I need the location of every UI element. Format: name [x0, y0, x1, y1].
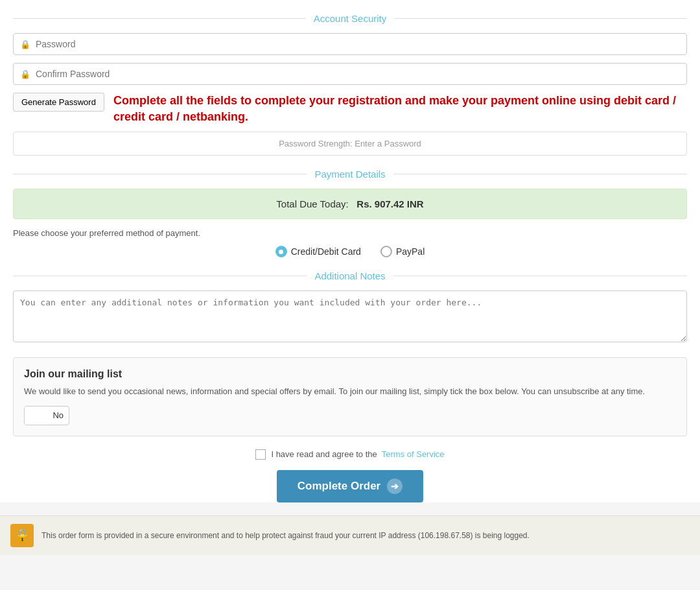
- secure-footer: 🔒 This order form is provided in a secur…: [0, 515, 700, 555]
- total-due-label: Total Due Today:: [276, 198, 348, 209]
- additional-notes-textarea[interactable]: [13, 290, 687, 342]
- password-strength-box: Password Strength: Enter a Password: [13, 132, 687, 156]
- toggle-no-label: No: [47, 408, 69, 423]
- credit-debit-card-option[interactable]: Credit/Debit Card: [275, 246, 361, 257]
- password-field-wrapper: 🔒: [13, 33, 687, 55]
- terms-text-label: I have read and agree to the: [271, 449, 377, 459]
- account-security-title: Account Security: [306, 13, 395, 24]
- payment-options: Credit/Debit Card PayPal: [13, 246, 687, 257]
- credit-debit-label: Credit/Debit Card: [291, 246, 361, 257]
- payment-details-title: Payment Details: [307, 169, 393, 180]
- confirm-password-input[interactable]: [36, 69, 680, 79]
- payment-details-header: Payment Details: [13, 169, 687, 180]
- generate-password-button[interactable]: Generate Password: [13, 93, 104, 112]
- additional-notes-header: Additional Notes: [13, 270, 687, 281]
- generate-password-row: Generate Password Complete all the field…: [13, 93, 687, 125]
- total-due-box: Total Due Today: Rs. 907.42 INR: [13, 189, 687, 219]
- password-lock-icon: 🔒: [20, 40, 30, 49]
- terms-row: I have read and agree to the Terms of Se…: [13, 449, 687, 460]
- complete-order-wrapper: Complete Order ➔: [13, 470, 687, 502]
- complete-order-button[interactable]: Complete Order ➔: [277, 470, 423, 502]
- payment-method-text: Please choose your preferred method of p…: [13, 228, 687, 238]
- registration-warning: Complete all the fields to complete your…: [113, 93, 687, 125]
- mailing-list-description: We would like to send you occasional new…: [24, 385, 676, 398]
- paypal-radio[interactable]: [380, 246, 392, 257]
- complete-order-arrow-icon: ➔: [387, 478, 402, 494]
- secure-footer-message: This order form is provided in a secure …: [41, 531, 530, 540]
- credit-card-radio[interactable]: [275, 246, 287, 257]
- additional-notes-title: Additional Notes: [307, 270, 393, 281]
- password-input[interactable]: [36, 39, 680, 49]
- terms-checkbox[interactable]: [255, 449, 266, 460]
- mailing-toggle[interactable]: No: [24, 406, 69, 425]
- secure-lock-icon: 🔒: [10, 524, 34, 547]
- password-strength-label: Password Strength: Enter a Password: [20, 139, 680, 148]
- paypal-option[interactable]: PayPal: [380, 246, 425, 257]
- account-security-header: Account Security: [13, 13, 687, 24]
- complete-order-label: Complete Order: [298, 480, 380, 493]
- mailing-list-box: Join our mailing list We would like to s…: [13, 357, 687, 436]
- paypal-label: PayPal: [396, 246, 425, 257]
- mailing-list-heading: Join our mailing list: [24, 368, 676, 380]
- total-due-amount: Rs. 907.42 INR: [356, 198, 423, 209]
- toggle-empty-space: [25, 407, 47, 425]
- confirm-password-field-wrapper: 🔒: [13, 63, 687, 85]
- terms-of-service-link[interactable]: Terms of Service: [382, 449, 445, 459]
- terms-text: I have read and agree to the Terms of Se…: [271, 449, 444, 459]
- confirm-password-lock-icon: 🔒: [20, 69, 30, 79]
